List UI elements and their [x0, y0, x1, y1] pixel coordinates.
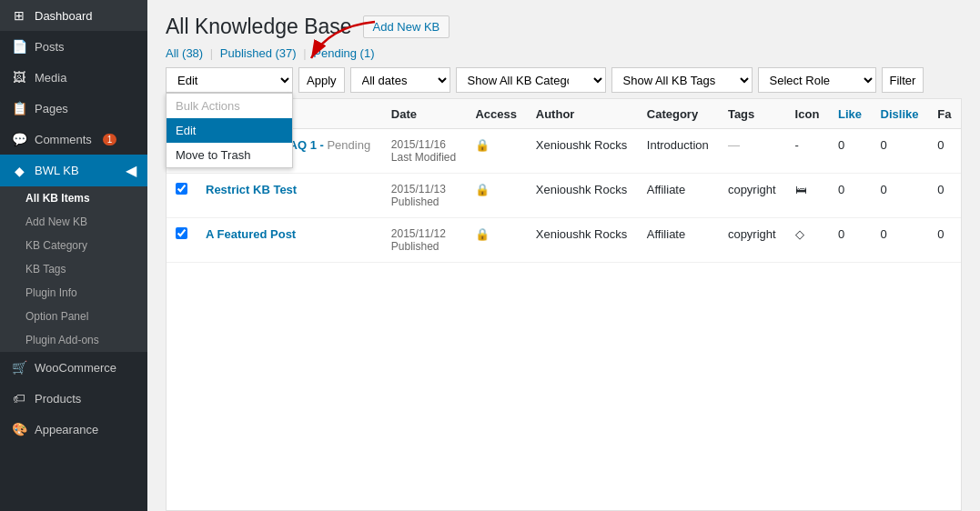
- dates-select[interactable]: All dates: [350, 67, 450, 93]
- row-checkbox[interactable]: [176, 183, 187, 195]
- bwl-kb-icon: ◆: [11, 163, 27, 179]
- appearance-icon: 🎨: [11, 421, 27, 437]
- sidebar-item-label: Posts: [35, 40, 65, 54]
- sidebar-item-kb-tags[interactable]: KB Tags: [0, 257, 147, 281]
- row-tags-cell: copyright: [719, 218, 786, 263]
- date-status: Published: [391, 240, 439, 253]
- comments-icon: 💬: [11, 131, 27, 147]
- sidebar-item-label: Dashboard: [35, 9, 93, 23]
- date-status: Published: [391, 195, 439, 208]
- row-dislike-cell: 0: [872, 129, 929, 174]
- sidebar-item-option-panel[interactable]: Option Panel: [0, 305, 147, 328]
- col-header-tags: Tags: [719, 99, 786, 129]
- dashboard-icon: ⊞: [11, 7, 27, 24]
- products-icon: 🏷: [11, 390, 27, 406]
- add-new-kb-label: Add New KB: [25, 215, 87, 228]
- sidebar-item-pages[interactable]: 📋 Pages: [0, 93, 147, 124]
- row-title-cell: A Featured Post: [197, 218, 382, 263]
- row-title-cell: Restrict KB Test: [197, 174, 382, 218]
- kb-tags-label: KB Tags: [25, 263, 66, 276]
- row-fa-cell: 0: [928, 174, 961, 218]
- row-fa-cell: 0: [928, 129, 961, 174]
- posts-icon: 📄: [11, 38, 27, 55]
- col-header-access: Access: [466, 99, 526, 129]
- row-title-link[interactable]: A Featured Post: [206, 227, 296, 241]
- row-like-cell: 0: [829, 218, 872, 263]
- main-content: All Knowledge Base Add New KB All (38) |…: [147, 0, 980, 511]
- dropdown-item-bulk-actions: Bulk Actions: [167, 94, 292, 118]
- plugin-add-ons-label: Plugin Add-ons: [25, 334, 99, 346]
- pending-label: Pending: [327, 138, 370, 152]
- row-tags-cell: —: [719, 129, 786, 174]
- sidebar-item-all-kb-items[interactable]: All KB Items: [0, 186, 147, 210]
- sidebar-item-label: Pages: [35, 102, 68, 115]
- bulk-actions-select[interactable]: Edit Bulk Actions Move to Trash: [166, 67, 293, 93]
- sidebar-item-posts[interactable]: 📄 Posts: [0, 31, 147, 62]
- page-header: All Knowledge Base Add New KB: [147, 0, 980, 46]
- status-link-pending[interactable]: Pending (1): [313, 46, 374, 60]
- sidebar: ⊞ Dashboard 📄 Posts 🖼 Media 📋 Pages 💬 Co…: [0, 0, 147, 511]
- bulk-actions-dropdown: Edit Bulk Actions Move to Trash Bulk Act…: [166, 67, 293, 93]
- bwl-kb-arrow: ◀: [126, 162, 136, 179]
- dropdown-item-move-to-trash[interactable]: Move to Trash: [167, 143, 292, 167]
- col-header-like[interactable]: Like: [829, 99, 872, 129]
- table-row: Restrict KB Test 2015/11/13Published 🔒 X…: [167, 174, 961, 218]
- option-panel-label: Option Panel: [25, 310, 88, 323]
- sidebar-item-label: BWL KB: [35, 164, 79, 177]
- col-header-dislike[interactable]: Dislike: [872, 99, 929, 129]
- row-icon-cell: 🛏: [786, 174, 829, 218]
- plugin-info-label: Plugin Info: [25, 286, 77, 299]
- appearance-label: Appearance: [35, 423, 98, 436]
- apply-button[interactable]: Apply: [298, 67, 345, 93]
- sidebar-item-add-new-kb[interactable]: Add New KB: [0, 210, 147, 234]
- page-title: All Knowledge Base: [166, 15, 352, 39]
- toolbar: Edit Bulk Actions Move to Trash Bulk Act…: [166, 67, 924, 93]
- row-icon-cell: -: [786, 129, 829, 174]
- bulk-actions-dropdown-menu: Bulk Actions Edit Move to Trash: [166, 93, 293, 168]
- col-header-category: Category: [638, 99, 719, 129]
- sidebar-item-plugin-info[interactable]: Plugin Info: [0, 281, 147, 305]
- row-tags-cell: copyright: [719, 174, 786, 218]
- bwl-kb-submenu: All KB Items Add New KB KB Category KB T…: [0, 186, 147, 352]
- sidebar-item-woocommerce[interactable]: 🛒 WooCommerce: [0, 352, 147, 383]
- filter-bar: All (38) | Published (37) | Pending (1) …: [147, 46, 980, 98]
- date-status: Last Modified: [391, 151, 456, 164]
- sidebar-item-kb-category[interactable]: KB Category: [0, 234, 147, 257]
- status-link-all[interactable]: All (38): [166, 46, 203, 60]
- row-access-cell: 🔒: [466, 174, 526, 218]
- row-access-cell: 🔒: [466, 218, 526, 263]
- role-select[interactable]: Select Role: [758, 67, 876, 93]
- col-header-fa: Fa: [928, 99, 961, 129]
- sidebar-item-label: Comments: [35, 133, 92, 146]
- add-new-kb-button[interactable]: Add New KB: [363, 15, 450, 38]
- sidebar-item-dashboard[interactable]: ⊞ Dashboard: [0, 0, 147, 31]
- filter-button[interactable]: Filter: [882, 67, 924, 93]
- sidebar-item-plugin-add-ons[interactable]: Plugin Add-ons: [0, 328, 147, 352]
- media-icon: 🖼: [11, 69, 27, 85]
- row-checkbox[interactable]: [176, 227, 187, 239]
- sidebar-item-appearance[interactable]: 🎨 Appearance: [0, 414, 147, 445]
- status-link-published[interactable]: Published (37): [220, 46, 297, 60]
- row-category-cell: Affiliate: [638, 174, 719, 218]
- row-checkbox-cell: [167, 174, 197, 218]
- row-author-cell: Xenioushk Rocks: [527, 129, 638, 174]
- pages-icon: 📋: [11, 100, 27, 116]
- sidebar-item-products[interactable]: 🏷 Products: [0, 383, 147, 414]
- woocommerce-label: WooCommerce: [35, 361, 116, 375]
- table-row: A Featured Post 2015/11/12Published 🔒 Xe…: [167, 218, 961, 263]
- row-access-cell: 🔒: [466, 129, 526, 174]
- sidebar-item-comments[interactable]: 💬 Comments 1: [0, 124, 147, 155]
- sidebar-item-label: Media: [35, 71, 66, 85]
- sidebar-item-media[interactable]: 🖼 Media: [0, 62, 147, 93]
- tags-select[interactable]: Show All KB Tags: [611, 67, 753, 93]
- comments-badge: 1: [103, 134, 117, 145]
- row-title-link[interactable]: Restrict KB Test: [206, 183, 297, 196]
- row-author-cell: Xenioushk Rocks: [527, 218, 638, 263]
- col-header-icon: Icon: [786, 99, 829, 129]
- row-dislike-cell: 0: [872, 174, 929, 218]
- row-fa-cell: 0: [928, 218, 961, 263]
- dropdown-item-edit[interactable]: Edit: [167, 118, 292, 143]
- sidebar-item-bwl-kb[interactable]: ◆ BWL KB ◀: [0, 155, 147, 186]
- products-label: Products: [35, 392, 81, 406]
- category-select[interactable]: Show All KB Category: [456, 67, 606, 93]
